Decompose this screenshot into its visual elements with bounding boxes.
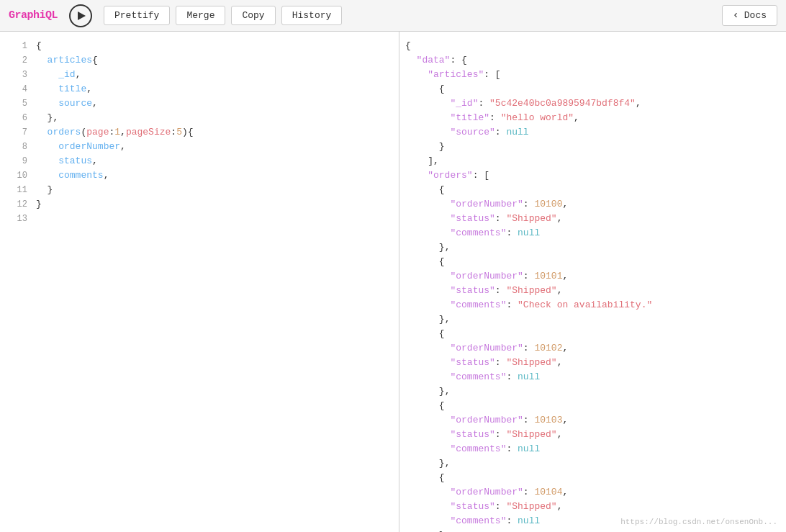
- query-line-6: 6 },: [0, 111, 399, 125]
- resp-line-19: "comments": "Check on availability.": [399, 298, 786, 312]
- query-line-13: 13: [0, 212, 399, 226]
- query-editor[interactable]: 1 { 2 articles{ 3 _id, 4 title, 5 source…: [0, 32, 399, 532]
- resp-line-35: }: [399, 528, 786, 532]
- resp-line-13: "status": "Shipped",: [399, 212, 786, 226]
- resp-line-32: "orderNumber": 10104,: [399, 485, 786, 500]
- resp-line-12: "orderNumber": 10100,: [399, 197, 786, 212]
- prettify-button[interactable]: Prettify: [104, 6, 170, 25]
- merge-button[interactable]: Merge: [176, 6, 225, 25]
- resp-line-27: "orderNumber": 10103,: [399, 413, 786, 428]
- response-viewer[interactable]: { "data": { "articles": [ { "_id": "5c42…: [399, 32, 786, 532]
- resp-line-4: {: [399, 82, 786, 96]
- main-content: 1 { 2 articles{ 3 _id, 4 title, 5 source…: [0, 32, 786, 532]
- watermark: https://blog.csdn.net/onsenOnb...: [620, 518, 777, 526]
- resp-line-1: {: [399, 39, 786, 53]
- copy-button[interactable]: Copy: [231, 6, 275, 25]
- resp-line-2: "data": {: [399, 53, 786, 68]
- response-panel: { "data": { "articles": [ { "_id": "5c42…: [399, 32, 786, 532]
- query-line-5: 5 source,: [0, 96, 399, 111]
- resp-line-11: {: [399, 183, 786, 197]
- resp-line-9: ],: [399, 154, 786, 168]
- header: GraphiQL Prettify Merge Copy History Doc…: [0, 0, 786, 32]
- resp-line-33: "status": "Shipped",: [399, 500, 786, 514]
- query-editor-panel: 1 { 2 articles{ 3 _id, 4 title, 5 source…: [0, 32, 399, 532]
- resp-line-10: "orders": [: [399, 168, 786, 183]
- resp-line-15: },: [399, 240, 786, 255]
- resp-line-8: }: [399, 140, 786, 154]
- resp-line-28: "status": "Shipped",: [399, 428, 786, 442]
- run-button[interactable]: [69, 4, 92, 27]
- resp-line-31: {: [399, 471, 786, 485]
- docs-button[interactable]: Docs: [722, 5, 777, 26]
- resp-line-22: "orderNumber": 10102,: [399, 341, 786, 356]
- resp-line-3: "articles": [: [399, 68, 786, 82]
- play-icon: [78, 12, 86, 20]
- resp-line-7: "source": null: [399, 125, 786, 140]
- resp-line-17: "orderNumber": 10101,: [399, 269, 786, 284]
- resp-line-18: "status": "Shipped",: [399, 284, 786, 298]
- query-line-3: 3 _id,: [0, 68, 399, 82]
- query-line-10: 10 comments,: [0, 168, 399, 183]
- resp-line-24: "comments": null: [399, 370, 786, 384]
- history-button[interactable]: History: [281, 6, 343, 25]
- query-line-9: 9 status,: [0, 154, 399, 168]
- resp-line-6: "title": "hello world",: [399, 111, 786, 125]
- query-line-12: 12 }: [0, 197, 399, 212]
- resp-line-5: "_id": "5c42e40bc0a9895947bdf8f4",: [399, 96, 786, 111]
- query-line-2: 2 articles{: [0, 53, 399, 68]
- resp-line-20: },: [399, 312, 786, 327]
- resp-line-23: "status": "Shipped",: [399, 356, 786, 370]
- resp-line-30: },: [399, 456, 786, 471]
- query-line-4: 4 title,: [0, 82, 399, 96]
- query-line-8: 8 orderNumber,: [0, 140, 399, 154]
- resp-line-25: },: [399, 384, 786, 399]
- resp-line-16: {: [399, 255, 786, 269]
- resp-line-14: "comments": null: [399, 226, 786, 240]
- chevron-left-icon: [733, 9, 741, 22]
- resp-line-29: "comments": null: [399, 442, 786, 456]
- query-line-11: 11 }: [0, 183, 399, 197]
- query-line-1: 1 {: [0, 39, 399, 53]
- graphiql-logo: GraphiQL: [9, 9, 58, 22]
- query-line-7: 7 orders(page:1,pageSize:5){: [0, 125, 399, 140]
- resp-line-21: {: [399, 327, 786, 341]
- resp-line-26: {: [399, 399, 786, 413]
